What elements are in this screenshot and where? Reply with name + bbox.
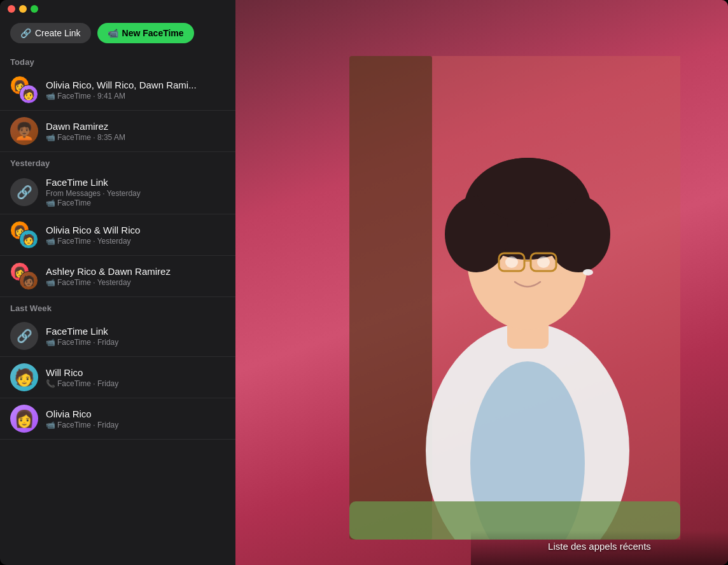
call-item-facetime-link-friday[interactable]: 🔗 FaceTime Link 📹 FaceTime · Friday bbox=[0, 316, 235, 357]
app-container: 🔗 Create Link 📹 New FaceTime Today 👩 🧑 O… bbox=[0, 0, 728, 565]
phone-icon: 📞 bbox=[46, 379, 55, 388]
call-name: Olivia Rico bbox=[46, 408, 225, 419]
call-name: FaceTime Link bbox=[46, 326, 225, 337]
link-circle-icon: 🔗 bbox=[17, 185, 32, 200]
call-name: Olivia Rico & Will Rico bbox=[46, 225, 225, 235]
calls-list: Today 👩 🧑 Olivia Rico, Will Rico, Dawn R… bbox=[0, 51, 235, 565]
avatar-group: 👩 🧑🏾 bbox=[10, 262, 38, 290]
call-info: FaceTime Link From Messages · Yesterday … bbox=[46, 177, 225, 207]
call-item-olivia-rico[interactable]: 👩 Olivia Rico 📹 FaceTime · Friday bbox=[0, 398, 235, 440]
avatar-group: 👩 🧑 bbox=[10, 76, 38, 104]
call-info: Olivia Rico, Will Rico, Dawn Rami... 📹 F… bbox=[46, 80, 225, 101]
video-icon: 📹 bbox=[46, 237, 55, 246]
minimize-button[interactable] bbox=[19, 5, 27, 13]
link-icon: 🔗 bbox=[20, 28, 31, 38]
call-info: Dawn Ramirez 📹 FaceTime · 8:35 AM bbox=[46, 121, 225, 142]
call-item-olivia-group[interactable]: 👩 🧑 Olivia Rico, Will Rico, Dawn Rami...… bbox=[0, 69, 235, 111]
link-circle-icon: 🔗 bbox=[17, 328, 32, 344]
call-item-olivia-will[interactable]: 👩 🧑 Olivia Rico & Will Rico 📹 FaceTime ·… bbox=[0, 214, 235, 256]
call-meta: 📹 FaceTime · Yesterday bbox=[46, 237, 225, 246]
close-button[interactable] bbox=[8, 5, 15, 13]
video-icon: 📹 bbox=[46, 421, 55, 429]
call-meta: 📹 FaceTime · Friday bbox=[46, 421, 225, 429]
call-name: Olivia Rico, Will Rico, Dawn Rami... bbox=[46, 80, 225, 90]
svg-point-9 bbox=[477, 158, 578, 221]
video-icon: 📹 bbox=[46, 92, 55, 101]
call-name: FaceTime Link bbox=[46, 177, 225, 188]
video-icon: 📹 bbox=[46, 278, 55, 287]
avatar-av2: 🧑 bbox=[19, 85, 38, 104]
svg-point-15 bbox=[583, 269, 593, 276]
person-silhouette bbox=[349, 56, 680, 540]
traffic-lights bbox=[8, 5, 38, 13]
call-meta-second: 📹 FaceTime bbox=[46, 199, 225, 207]
sidebar: 🔗 Create Link 📹 New FaceTime Today 👩 🧑 O… bbox=[0, 0, 235, 565]
call-meta: 📞 FaceTime · Friday bbox=[46, 379, 225, 388]
call-meta: 📹 FaceTime · 9:41 AM bbox=[46, 92, 225, 101]
call-info: Olivia Rico 📹 FaceTime · Friday bbox=[46, 408, 225, 429]
call-info: Olivia Rico & Will Rico 📹 FaceTime · Yes… bbox=[46, 225, 225, 246]
call-meta: 📹 FaceTime · 8:35 AM bbox=[46, 133, 225, 142]
svg-rect-0 bbox=[349, 56, 432, 540]
avatar-av2: 🧑 bbox=[19, 230, 38, 249]
title-bar bbox=[0, 0, 235, 18]
section-today-label: Today bbox=[0, 51, 235, 69]
svg-point-13 bbox=[505, 256, 518, 268]
new-facetime-button[interactable]: 📹 New FaceTime bbox=[97, 23, 194, 43]
call-name: Ashley Rico & Dawn Ramirez bbox=[46, 266, 225, 277]
section-yesterday-label: Yesterday bbox=[0, 152, 235, 171]
main-video-area: Liste des appels récents bbox=[235, 0, 728, 565]
call-meta: From Messages · Yesterday bbox=[46, 189, 225, 198]
video-camera-icon: 📹 bbox=[108, 28, 118, 38]
avatar-dawn: 🧑🏾‍🦱 bbox=[10, 117, 38, 145]
call-name: Will Rico bbox=[46, 367, 225, 378]
call-info: Will Rico 📞 FaceTime · Friday bbox=[46, 367, 225, 388]
call-item-dawn[interactable]: 🧑🏾‍🦱 Dawn Ramirez 📹 FaceTime · 8:35 AM bbox=[0, 111, 235, 152]
avatar-group: 👩 🧑 bbox=[10, 221, 38, 249]
avatar-link: 🔗 bbox=[10, 322, 38, 350]
call-info: FaceTime Link 📹 FaceTime · Friday bbox=[46, 326, 225, 347]
call-info: Ashley Rico & Dawn Ramirez 📹 FaceTime · … bbox=[46, 266, 225, 287]
avatar-will: 🧑 bbox=[10, 363, 38, 391]
caption-bar: Liste des appels récents bbox=[471, 531, 728, 565]
video-icon: 📹 bbox=[46, 133, 55, 142]
call-item-ashley-dawn[interactable]: 👩 🧑🏾 Ashley Rico & Dawn Ramirez 📹 FaceTi… bbox=[0, 256, 235, 297]
video-icon: 📹 bbox=[46, 338, 55, 347]
call-item-will-rico[interactable]: 🧑 Will Rico 📞 FaceTime · Friday bbox=[0, 357, 235, 398]
avatar-olivia: 👩 bbox=[10, 405, 38, 433]
call-item-facetime-link-msg[interactable]: 🔗 FaceTime Link From Messages · Yesterda… bbox=[0, 171, 235, 214]
avatar-link: 🔗 bbox=[10, 178, 38, 206]
create-link-button[interactable]: 🔗 Create Link bbox=[10, 23, 91, 43]
call-name: Dawn Ramirez bbox=[46, 121, 225, 132]
maximize-button[interactable] bbox=[31, 5, 38, 13]
call-meta: 📹 FaceTime · Yesterday bbox=[46, 278, 225, 287]
video-icon-small: 📹 bbox=[46, 199, 55, 207]
call-meta: 📹 FaceTime · Friday bbox=[46, 338, 225, 347]
avatar-av2: 🧑🏾 bbox=[19, 271, 38, 290]
caption-text: Liste des appels récents bbox=[548, 541, 651, 552]
section-lastweek-label: Last Week bbox=[0, 297, 235, 316]
svg-point-14 bbox=[537, 256, 550, 268]
